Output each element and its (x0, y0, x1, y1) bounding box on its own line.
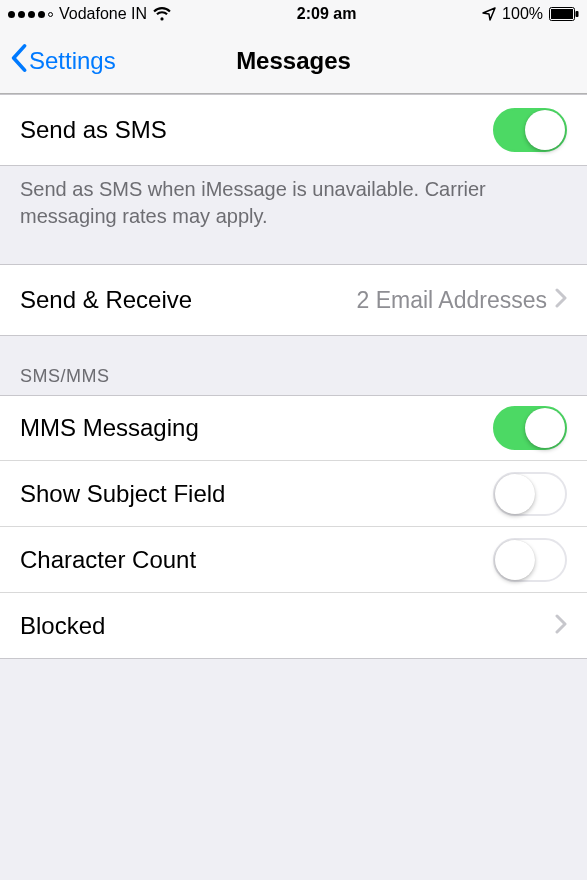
status-right: 100% (482, 5, 579, 23)
battery-icon (549, 7, 579, 21)
battery-percent: 100% (502, 5, 543, 23)
row-send-receive[interactable]: Send & Receive 2 Email Addresses (0, 264, 587, 336)
show-subject-toggle[interactable] (493, 472, 567, 516)
section-header-sms-mms: SMS/MMS (0, 336, 587, 395)
page-title: Messages (236, 47, 351, 75)
chevron-left-icon (10, 43, 27, 79)
send-as-sms-toggle[interactable] (493, 108, 567, 152)
row-show-subject-field: Show Subject Field (0, 461, 587, 527)
mms-messaging-label: MMS Messaging (20, 414, 199, 442)
row-mms-messaging: MMS Messaging (0, 395, 587, 461)
row-send-as-sms: Send as SMS (0, 94, 587, 166)
nav-bar: Settings Messages (0, 28, 587, 94)
send-receive-label: Send & Receive (20, 286, 192, 314)
wifi-icon (153, 7, 171, 21)
bottom-spacer (0, 659, 587, 719)
character-count-toggle[interactable] (493, 538, 567, 582)
blocked-label: Blocked (20, 612, 105, 640)
send-as-sms-footer: Send as SMS when iMessage is unavailable… (0, 166, 587, 246)
mms-messaging-toggle[interactable] (493, 406, 567, 450)
show-subject-label: Show Subject Field (20, 480, 225, 508)
row-blocked[interactable]: Blocked (0, 593, 587, 659)
status-bar: Vodafone IN 2:09 am 100% (0, 0, 587, 28)
chevron-right-icon (555, 612, 567, 640)
character-count-label: Character Count (20, 546, 196, 574)
carrier-label: Vodafone IN (59, 5, 147, 23)
chevron-right-icon (555, 286, 567, 314)
location-icon (482, 7, 496, 21)
svg-rect-2 (576, 11, 579, 17)
status-time: 2:09 am (297, 5, 357, 23)
back-label: Settings (29, 47, 116, 75)
status-left: Vodafone IN (8, 5, 171, 23)
row-character-count: Character Count (0, 527, 587, 593)
send-receive-detail: 2 Email Addresses (357, 287, 547, 314)
back-button[interactable]: Settings (10, 43, 116, 79)
svg-rect-1 (551, 9, 573, 19)
send-as-sms-label: Send as SMS (20, 116, 167, 144)
signal-strength-icon (8, 11, 53, 18)
